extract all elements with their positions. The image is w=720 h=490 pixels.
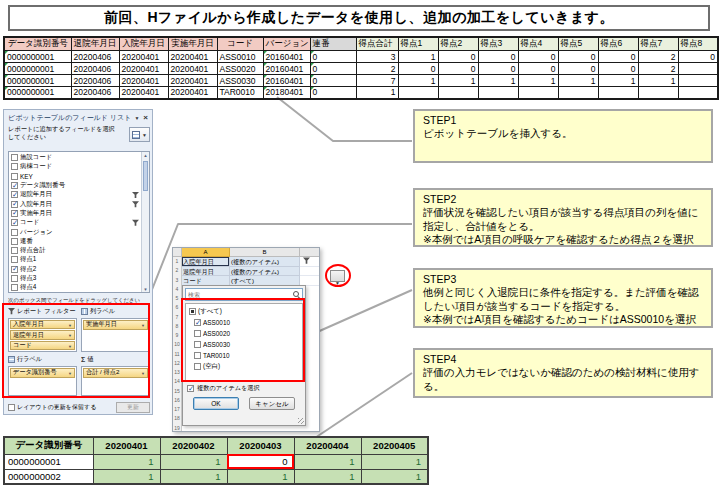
step-text: 評価の入力モレではないか確認のための検討材料に使用する。 — [423, 366, 703, 393]
chevron-down-icon[interactable] — [134, 114, 139, 121]
checkbox[interactable] — [11, 182, 18, 189]
checkbox[interactable] — [194, 352, 201, 359]
sigma-icon: Σ — [81, 356, 85, 363]
row-number[interactable]: 15 — [173, 387, 181, 396]
row-number[interactable]: 6 — [173, 303, 181, 312]
search-input[interactable] — [188, 292, 291, 298]
ok-button[interactable]: OK — [193, 397, 239, 410]
scrollbar-thumb[interactable] — [143, 161, 148, 191]
filter-option[interactable]: ASS0010 — [194, 317, 302, 328]
checkbox[interactable] — [11, 275, 18, 282]
area-title: レポート フィルター — [17, 307, 75, 316]
row-number[interactable]: 18 — [173, 414, 181, 423]
row-number[interactable]: 13 — [173, 368, 181, 377]
checkbox[interactable] — [11, 191, 18, 198]
checkbox[interactable] — [11, 163, 18, 170]
checkbox[interactable] — [194, 363, 201, 370]
checkbox[interactable] — [187, 385, 194, 392]
row-number[interactable]: 19 — [173, 424, 181, 433]
filter-field-cell[interactable]: 入院年月日 — [182, 257, 230, 267]
table-cell — [638, 87, 678, 99]
column-header-a[interactable]: A — [182, 248, 230, 257]
chevron-down-icon — [68, 369, 72, 376]
checkbox[interactable] — [11, 266, 18, 273]
field-item[interactable]: KEY — [10, 172, 140, 181]
field-pill[interactable]: データ識別番号 — [10, 368, 75, 378]
field-pill[interactable]: コード — [10, 341, 75, 350]
close-icon[interactable] — [143, 113, 148, 122]
row-number[interactable]: 4 — [173, 285, 181, 294]
row-number[interactable]: 8 — [173, 322, 181, 331]
checkbox[interactable] — [11, 201, 18, 208]
table-cell: 0000000001 — [4, 75, 71, 87]
scroll-up-icon[interactable]: ▴ — [142, 152, 149, 158]
row-number[interactable]: 10 — [173, 340, 181, 349]
field-pill[interactable]: 入院年月日 — [10, 320, 75, 329]
field-item[interactable]: 入院年月日 — [10, 199, 140, 208]
checkbox[interactable] — [11, 219, 18, 226]
field-pill[interactable]: 実施年月日 — [83, 320, 148, 330]
row-number[interactable]: 1 — [173, 257, 181, 266]
filter-option[interactable]: ASS0030 — [194, 339, 302, 350]
field-item[interactable]: 施設コード — [10, 153, 140, 162]
field-item[interactable]: データ識別番号 — [10, 181, 140, 190]
layout-options-button[interactable] — [129, 127, 150, 142]
row-number[interactable]: 11 — [173, 350, 181, 359]
option-label: (空白) — [203, 362, 220, 371]
field-item[interactable]: 病棟コード — [10, 162, 140, 171]
checkbox[interactable] — [11, 247, 18, 254]
checkbox[interactable] — [11, 256, 18, 263]
defer-layout-checkbox[interactable] — [8, 404, 15, 411]
field-pill[interactable]: 退院年月日 — [10, 330, 75, 339]
cancel-button[interactable]: キャンセル — [249, 397, 295, 410]
chevron-down-icon — [68, 342, 72, 349]
row-number[interactable]: 3 — [173, 276, 181, 285]
filter-option[interactable]: ASS0020 — [194, 328, 302, 339]
field-item[interactable]: 得点2 — [10, 265, 140, 274]
resize-grip[interactable] — [298, 418, 304, 424]
row-number[interactable]: 2 — [173, 266, 181, 275]
scroll-down-icon[interactable]: ▾ — [142, 286, 149, 292]
filter-field-cell[interactable]: 退院年月日 — [182, 267, 230, 277]
sheet-corner[interactable] — [173, 248, 182, 257]
field-item[interactable]: 退院年月日 — [10, 190, 140, 199]
field-item[interactable]: コード — [10, 218, 140, 227]
checkbox[interactable] — [11, 210, 18, 217]
checkbox[interactable] — [194, 341, 201, 348]
row-number[interactable]: 17 — [173, 405, 181, 414]
row-number[interactable]: 5 — [173, 294, 181, 303]
field-label: 退院年月日 — [20, 190, 52, 199]
row-number[interactable]: 7 — [173, 313, 181, 322]
checkbox[interactable] — [11, 229, 18, 236]
filter-option[interactable]: (すべて) — [189, 306, 302, 317]
field-item[interactable]: 得点3 — [10, 274, 140, 283]
checkbox[interactable] — [11, 238, 18, 245]
filter-dropdown-button[interactable] — [330, 270, 345, 282]
search-box[interactable] — [185, 288, 303, 301]
filter-option[interactable]: (空白) — [194, 361, 302, 372]
field-item[interactable]: 実施年月日 — [10, 209, 140, 218]
field-item[interactable]: 連番 — [10, 237, 140, 246]
field-item[interactable]: 得点1 — [10, 255, 140, 264]
checkbox[interactable] — [189, 308, 196, 315]
row-number[interactable]: 14 — [173, 377, 181, 386]
multi-select-row[interactable]: 複数のアイテムを選択 — [185, 384, 303, 393]
field-item[interactable]: 得点4 — [10, 283, 140, 292]
row-number[interactable]: 16 — [173, 396, 181, 405]
filter-value-cell[interactable]: (複数のアイテム) — [230, 267, 300, 277]
checkbox[interactable] — [11, 154, 18, 161]
filter-option[interactable]: TAR0010 — [194, 350, 302, 361]
field-item[interactable]: バージョン — [10, 227, 140, 236]
field-pill[interactable]: 合計 / 得点2 — [83, 368, 148, 378]
row-number[interactable]: 9 — [173, 331, 181, 340]
filter-value-cell[interactable]: (複数のアイテム) — [230, 257, 300, 267]
field-item[interactable]: 得点合計 — [10, 246, 140, 255]
scrollbar[interactable]: ▴▾ — [141, 152, 149, 292]
row-number[interactable]: 12 — [173, 359, 181, 368]
checkbox[interactable] — [11, 173, 18, 180]
checkbox[interactable] — [194, 319, 201, 326]
checkbox[interactable] — [11, 284, 18, 291]
update-button[interactable]: 更新 — [116, 402, 150, 413]
column-header-b[interactable]: B — [230, 248, 300, 257]
checkbox[interactable] — [194, 330, 201, 337]
